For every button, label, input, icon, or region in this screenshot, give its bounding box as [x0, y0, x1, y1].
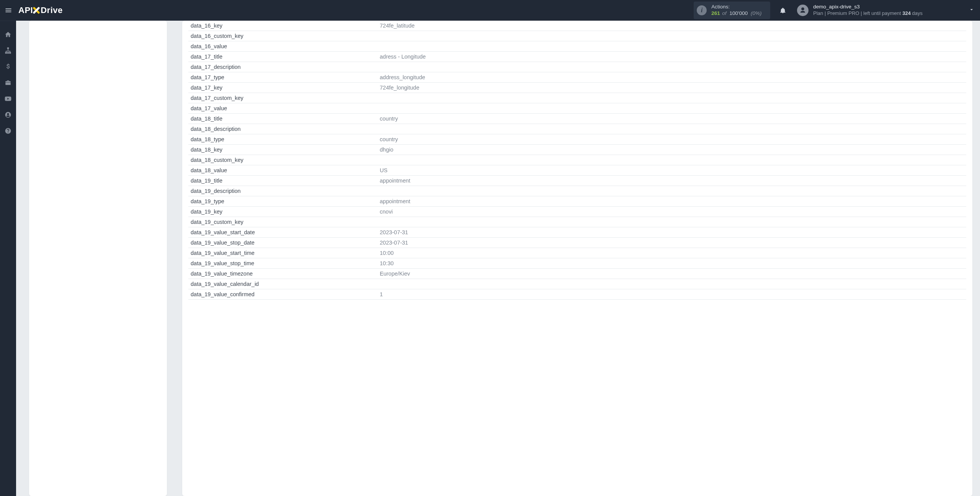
row-value: adress - Longitude — [380, 54, 966, 60]
nav-account[interactable] — [0, 107, 16, 123]
row-key: data_19_value_calendar_id — [188, 281, 380, 287]
row-key: data_17_key — [188, 85, 380, 91]
actions-total: 100'000 — [730, 10, 748, 16]
app-header: API Drive i Actions: 261 of 100'000 (0%) — [0, 0, 980, 21]
row-key: data_19_custom_key — [188, 219, 380, 225]
table-row: data_19_value_confirmed1 — [188, 289, 966, 300]
table-row: data_19_value_timezoneEurope/Kiev — [188, 269, 966, 279]
actions-count: 261 — [711, 10, 720, 16]
table-row: data_19_value_stop_time10:30 — [188, 258, 966, 269]
help-icon — [5, 127, 11, 134]
plan-line: Plan | Premium PRO | left until payment … — [813, 10, 923, 16]
svg-rect-3 — [10, 52, 11, 54]
svg-rect-1 — [5, 52, 7, 54]
row-key: data_17_type — [188, 74, 380, 80]
table-row: data_19_typeappointment — [188, 196, 966, 207]
nav-videos[interactable] — [0, 91, 16, 107]
row-value: 10:30 — [380, 260, 966, 266]
row-key: data_16_value — [188, 43, 380, 49]
nav-tools[interactable] — [0, 75, 16, 91]
row-value: cnovi — [380, 209, 966, 215]
left-panel — [29, 21, 167, 496]
chevron-down-icon — [969, 7, 975, 13]
nav-connections[interactable] — [0, 42, 16, 59]
table-row: data_19_custom_key — [188, 217, 966, 227]
row-key: data_17_custom_key — [188, 95, 380, 101]
data-table-panel: data_16_key724fe_latitudedata_16_custom_… — [182, 21, 972, 496]
row-key: data_19_value_timezone — [188, 271, 380, 277]
table-row: data_16_custom_key — [188, 31, 966, 41]
logo-text-drive: Drive — [41, 5, 63, 15]
table-row: data_16_key724fe_latitude — [188, 21, 966, 31]
username: demo_apix-drive_s3 — [813, 4, 923, 10]
table-row: data_17_key724fe_longitude — [188, 83, 966, 93]
row-key: data_19_type — [188, 198, 380, 204]
dollar-icon — [6, 63, 10, 70]
table-row: data_17_value — [188, 103, 966, 114]
row-value: country — [380, 116, 966, 122]
row-key: data_19_key — [188, 209, 380, 215]
user-circle-icon — [5, 111, 11, 118]
row-key: data_18_type — [188, 136, 380, 142]
row-key: data_17_value — [188, 105, 380, 111]
row-key: data_18_custom_key — [188, 157, 380, 163]
row-value: appointment — [380, 198, 966, 204]
row-value: country — [380, 136, 966, 142]
sitemap-icon — [5, 47, 11, 54]
row-key: data_19_title — [188, 178, 380, 184]
youtube-icon — [4, 95, 12, 103]
actions-counter[interactable]: i Actions: 261 of 100'000 (0%) — [694, 2, 770, 19]
row-key: data_16_key — [188, 23, 380, 29]
table-row: data_18_custom_key — [188, 155, 966, 165]
table-row: data_18_titlecountry — [188, 114, 966, 124]
nav-help[interactable] — [0, 123, 16, 139]
row-key: data_19_value_start_time — [188, 250, 380, 256]
table-row: data_18_keydhgio — [188, 145, 966, 155]
actions-label: Actions: — [711, 4, 761, 10]
row-value: address_longitude — [380, 74, 966, 80]
table-row: data_19_value_stop_date2023-07-31 — [188, 238, 966, 248]
table-row: data_19_titleappointment — [188, 176, 966, 186]
row-value: 1 — [380, 291, 966, 297]
notifications-button[interactable] — [779, 7, 787, 14]
nav-billing[interactable] — [0, 59, 16, 75]
row-key: data_18_title — [188, 116, 380, 122]
data-rows: data_16_key724fe_latitudedata_16_custom_… — [188, 21, 966, 300]
nav-home[interactable] — [0, 26, 16, 42]
sidebar — [0, 21, 16, 496]
user-icon — [799, 7, 806, 14]
avatar — [797, 5, 808, 16]
table-row: data_19_value_calendar_id — [188, 279, 966, 289]
table-row: data_18_typecountry — [188, 134, 966, 145]
page-content: data_16_key724fe_latitudedata_16_custom_… — [16, 21, 980, 496]
row-key: data_18_key — [188, 147, 380, 153]
hamburger-menu-button[interactable] — [4, 6, 13, 15]
table-row: data_16_value — [188, 41, 966, 52]
table-row: data_17_typeaddress_longitude — [188, 72, 966, 83]
app-logo: API Drive — [18, 5, 63, 15]
table-row: data_17_titleadress - Longitude — [188, 52, 966, 62]
row-key: data_16_custom_key — [188, 33, 380, 39]
row-key: data_18_description — [188, 126, 380, 132]
svg-rect-0 — [8, 48, 9, 49]
table-row: data_19_value_start_time10:00 — [188, 248, 966, 258]
actions-of: of — [722, 10, 727, 16]
logo-text-api: API — [18, 5, 33, 15]
table-row: data_17_custom_key — [188, 93, 966, 103]
bell-icon — [779, 7, 786, 14]
svg-rect-2 — [8, 52, 9, 54]
row-key: data_17_title — [188, 54, 380, 60]
row-key: data_19_value_confirmed — [188, 291, 380, 297]
row-key: data_17_description — [188, 64, 380, 70]
home-icon — [5, 31, 11, 38]
user-menu[interactable]: demo_apix-drive_s3 Plan | Premium PRO | … — [797, 4, 975, 16]
table-row: data_18_valueUS — [188, 165, 966, 176]
actions-pct: (0%) — [751, 10, 762, 16]
row-value: appointment — [380, 178, 966, 184]
row-value: US — [380, 167, 966, 173]
table-row: data_18_description — [188, 124, 966, 134]
user-menu-toggle[interactable] — [969, 7, 975, 14]
info-icon: i — [697, 5, 707, 15]
row-key: data_19_value_stop_date — [188, 240, 380, 246]
row-value: 10:00 — [380, 250, 966, 256]
